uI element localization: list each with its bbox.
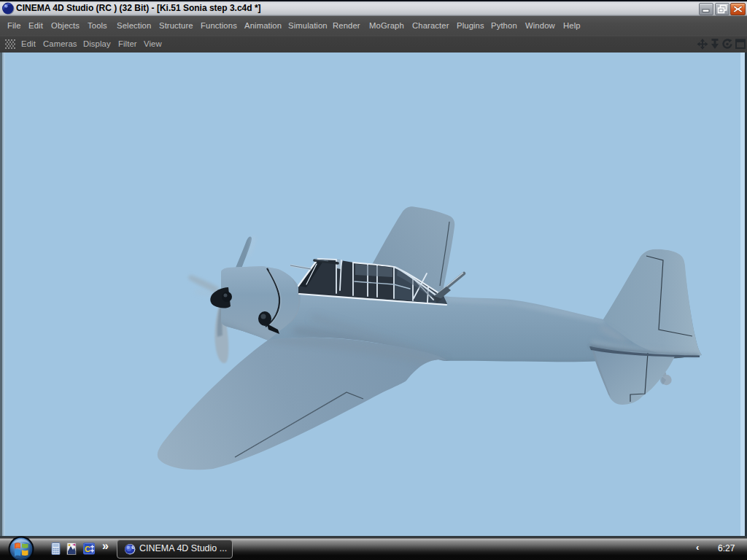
- svg-text:C: C: [85, 545, 90, 553]
